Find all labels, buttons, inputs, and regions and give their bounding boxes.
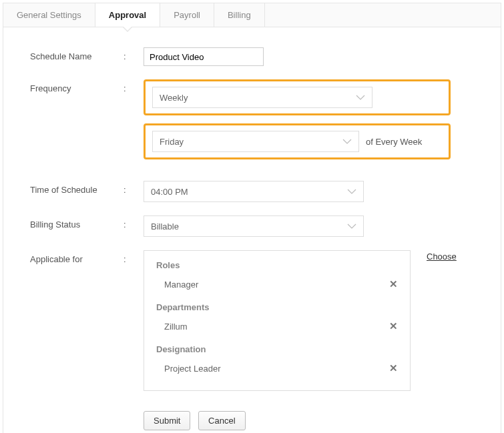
billing-status-value: Billable (151, 222, 179, 232)
cancel-button[interactable]: Cancel (198, 411, 245, 430)
chevron-down-icon (356, 95, 365, 100)
section-title-roles: Roles (156, 260, 398, 270)
chevron-down-icon (347, 189, 356, 194)
applicable-item-label: Project Leader (164, 364, 221, 374)
chevron-down-icon (342, 139, 352, 144)
frequency-select[interactable]: Weekly (152, 87, 372, 108)
section-title-departments: Departments (156, 302, 398, 312)
close-icon[interactable]: ✕ (389, 278, 398, 290)
frequency-highlight: Weekly (144, 79, 451, 115)
approval-form: Schedule Name : Frequency : Weekly (3, 27, 501, 433)
label-schedule-name: Schedule Name (30, 47, 123, 61)
tab-general-settings[interactable]: General Settings (3, 3, 95, 27)
choose-link[interactable]: Choose (427, 250, 457, 391)
time-value: 04:00 PM (151, 187, 188, 197)
applicable-item-label: Manager (164, 280, 198, 290)
colon: : (123, 215, 144, 230)
day-select[interactable]: Friday (152, 131, 359, 152)
label-applicable-for: Applicable for (30, 250, 123, 264)
applicable-item-label: Zillum (164, 322, 188, 332)
applicable-item: Project Leader ✕ (156, 360, 398, 377)
applicable-item: Manager ✕ (156, 276, 398, 293)
billing-status-select[interactable]: Billable (144, 215, 364, 237)
close-icon[interactable]: ✕ (389, 362, 398, 374)
day-value: Friday (160, 137, 184, 147)
settings-panel: General Settings Approval Payroll Billin… (3, 3, 501, 433)
label-frequency: Frequency (30, 79, 123, 93)
tab-approval[interactable]: Approval (95, 3, 160, 27)
close-icon[interactable]: ✕ (389, 320, 398, 332)
label-time-of-schedule: Time of Schedule (30, 181, 123, 195)
tab-billing[interactable]: Billing (214, 3, 265, 27)
submit-button[interactable]: Submit (144, 411, 190, 430)
label-billing-status: Billing Status (30, 215, 123, 230)
colon: : (123, 47, 144, 61)
applicable-item: Zillum ✕ (156, 318, 398, 335)
tab-payroll[interactable]: Payroll (160, 3, 214, 27)
colon: : (123, 250, 144, 264)
time-select[interactable]: 04:00 PM (144, 181, 364, 202)
applicable-box: Roles Manager ✕ Departments Zillum ✕ Des… (144, 250, 411, 391)
form-buttons: Submit Cancel (144, 411, 481, 430)
schedule-name-input[interactable] (144, 47, 264, 66)
day-highlight: Friday of Every Week (144, 123, 451, 159)
tabs-bar: General Settings Approval Payroll Billin… (3, 3, 501, 27)
colon: : (123, 181, 144, 195)
day-suffix: of Every Week (366, 137, 422, 147)
colon: : (123, 79, 144, 93)
chevron-down-icon (347, 224, 356, 229)
frequency-value: Weekly (160, 93, 188, 103)
section-title-designation: Designation (156, 344, 398, 354)
